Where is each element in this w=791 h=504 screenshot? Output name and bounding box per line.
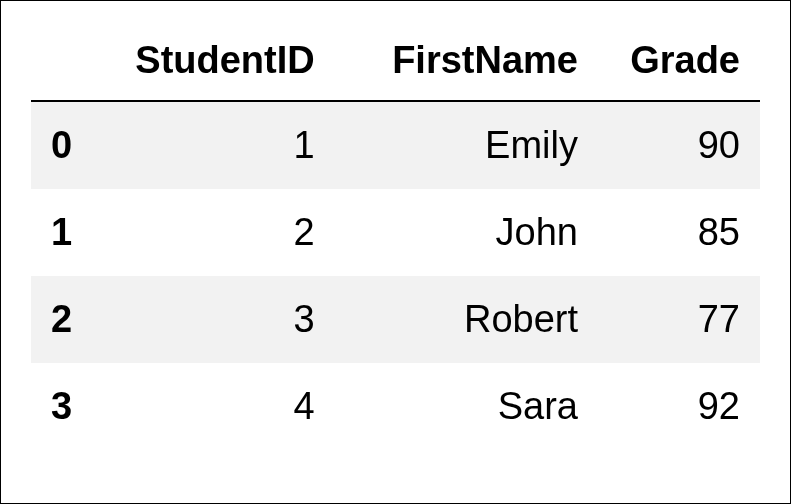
column-header-grade: Grade bbox=[598, 21, 760, 101]
cell-firstname: Sara bbox=[335, 363, 598, 450]
table-header-row: StudentID FirstName Grade bbox=[31, 21, 760, 101]
cell-firstname: John bbox=[335, 189, 598, 276]
cell-grade: 90 bbox=[598, 101, 760, 189]
cell-grade: 77 bbox=[598, 276, 760, 363]
table-row: 3 4 Sara 92 bbox=[31, 363, 760, 450]
cell-studentid: 2 bbox=[112, 189, 335, 276]
column-header-studentid: StudentID bbox=[112, 21, 335, 101]
column-header-firstname: FirstName bbox=[335, 21, 598, 101]
row-index: 1 bbox=[31, 189, 112, 276]
row-index: 2 bbox=[31, 276, 112, 363]
cell-firstname: Emily bbox=[335, 101, 598, 189]
row-index: 0 bbox=[31, 101, 112, 189]
cell-studentid: 1 bbox=[112, 101, 335, 189]
table-row: 0 1 Emily 90 bbox=[31, 101, 760, 189]
cell-grade: 92 bbox=[598, 363, 760, 450]
cell-studentid: 3 bbox=[112, 276, 335, 363]
students-table: StudentID FirstName Grade 0 1 Emily 90 1… bbox=[31, 21, 760, 450]
table-row: 2 3 Robert 77 bbox=[31, 276, 760, 363]
index-header bbox=[31, 21, 112, 101]
row-index: 3 bbox=[31, 363, 112, 450]
cell-grade: 85 bbox=[598, 189, 760, 276]
cell-studentid: 4 bbox=[112, 363, 335, 450]
cell-firstname: Robert bbox=[335, 276, 598, 363]
table-row: 1 2 John 85 bbox=[31, 189, 760, 276]
